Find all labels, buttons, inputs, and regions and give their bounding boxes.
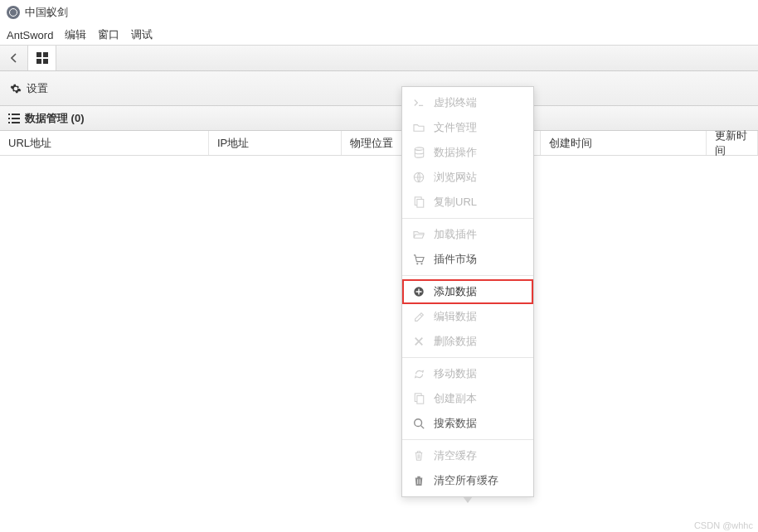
delete-icon <box>412 336 425 346</box>
context-menu-label: 清空缓存 <box>434 448 523 463</box>
column-updated-time[interactable]: 更新时间 <box>707 131 758 155</box>
context-menu-item: 数据操作 <box>402 140 533 165</box>
window-title: 中国蚁剑 <box>25 5 68 20</box>
duplicate-icon <box>412 393 425 404</box>
context-menu-label: 加载插件 <box>434 227 523 242</box>
menu-window[interactable]: 窗口 <box>98 27 119 42</box>
context-menu-label: 编辑数据 <box>434 309 523 324</box>
panel-title: 数据管理 (0) <box>25 111 85 126</box>
settings-label: 设置 <box>27 81 48 96</box>
copy-icon <box>412 196 425 208</box>
window-titlebar: 中国蚁剑 <box>0 0 758 25</box>
panel-header: 数据管理 (0) <box>0 106 758 131</box>
context-menu-label: 数据操作 <box>434 145 523 160</box>
grid-icon <box>36 52 48 64</box>
column-ip[interactable]: IP地址 <box>209 131 342 155</box>
column-url[interactable]: URL地址 <box>0 131 209 155</box>
context-menu-item: 创建副本 <box>402 386 533 411</box>
context-menu-label: 创建副本 <box>434 391 523 406</box>
context-menu-item: 文件管理 <box>402 115 533 140</box>
context-menu-label: 搜索数据 <box>434 416 523 431</box>
menu-antsword[interactable]: AntSword <box>7 29 53 41</box>
menubar: AntSword 编辑 窗口 调试 <box>0 25 758 45</box>
list-icon <box>8 114 20 123</box>
context-menu-label: 复制URL <box>434 195 523 210</box>
folder-open-icon <box>412 230 425 239</box>
context-menu-item: 加载插件 <box>402 222 533 247</box>
context-menu-label: 浏览网站 <box>434 170 523 185</box>
terminal-icon <box>412 98 425 108</box>
context-menu-label: 移动数据 <box>434 366 523 381</box>
context-menu-label: 删除数据 <box>434 334 523 349</box>
svg-rect-1 <box>43 52 48 57</box>
folder-icon <box>412 123 425 133</box>
context-menu-item: 复制URL <box>402 190 533 215</box>
context-menu-item: 浏览网站 <box>402 165 533 190</box>
context-menu-item: 虚拟终端 <box>402 90 533 115</box>
context-menu: 虚拟终端文件管理数据操作浏览网站复制URL加载插件插件市场添加数据编辑数据删除数… <box>401 86 534 497</box>
column-created-time[interactable]: 创建时间 <box>541 131 707 155</box>
svg-rect-0 <box>36 52 41 57</box>
share-icon <box>412 369 425 380</box>
svg-rect-13 <box>416 200 423 208</box>
column-location[interactable]: 物理位置 <box>342 131 408 155</box>
trash-all-icon <box>412 475 425 486</box>
context-menu-label: 清空所有缓存 <box>434 473 523 488</box>
menu-separator <box>402 439 533 440</box>
context-menu-item[interactable]: 添加数据 <box>402 279 533 304</box>
toolbar-grid-button[interactable] <box>28 46 56 70</box>
context-menu-item[interactable]: 插件市场 <box>402 247 533 272</box>
watermark: CSDN @whhc <box>694 520 753 530</box>
context-menu-item[interactable]: 搜索数据 <box>402 411 533 436</box>
svg-rect-7 <box>12 118 20 119</box>
menu-debug[interactable]: 调试 <box>131 27 153 42</box>
menu-pointer-icon <box>463 496 473 503</box>
svg-rect-5 <box>12 114 20 115</box>
svg-rect-18 <box>416 396 423 404</box>
caret-left-icon <box>11 53 17 63</box>
toolbar <box>0 45 758 71</box>
toolbar-back-button[interactable] <box>0 46 28 70</box>
svg-rect-3 <box>43 59 48 64</box>
svg-rect-6 <box>8 118 10 119</box>
svg-point-10 <box>415 148 424 151</box>
context-menu-item: 删除数据 <box>402 329 533 354</box>
edit-icon <box>412 312 425 322</box>
plus-circle-icon <box>412 286 425 297</box>
svg-rect-4 <box>8 114 10 115</box>
table-header: URL地址 IP地址 物理位置 备注 创建时间 更新时间 <box>0 131 758 156</box>
context-menu-label: 文件管理 <box>434 120 523 135</box>
svg-point-14 <box>416 263 418 264</box>
gear-icon <box>10 83 22 94</box>
app-logo-icon <box>7 6 20 19</box>
search-icon <box>412 418 425 429</box>
menu-separator <box>402 357 533 358</box>
context-menu-item: 清空缓存 <box>402 443 533 468</box>
context-menu-label: 插件市场 <box>434 252 523 267</box>
globe-icon <box>412 172 425 183</box>
context-menu-item: 移动数据 <box>402 361 533 386</box>
table-body-empty[interactable] <box>0 156 758 532</box>
database-icon <box>412 147 425 158</box>
svg-rect-9 <box>12 122 20 123</box>
context-menu-item: 编辑数据 <box>402 304 533 329</box>
svg-point-15 <box>420 263 422 264</box>
cart-icon <box>412 254 425 265</box>
svg-rect-2 <box>36 59 41 64</box>
settings-tab[interactable]: 设置 <box>0 71 758 106</box>
trash-icon <box>412 450 425 462</box>
context-menu-label: 添加数据 <box>434 284 523 299</box>
svg-rect-8 <box>8 122 10 123</box>
menu-edit[interactable]: 编辑 <box>65 27 86 42</box>
svg-point-19 <box>415 419 422 427</box>
context-menu-item[interactable]: 清空所有缓存 <box>402 468 533 493</box>
menu-separator <box>402 275 533 276</box>
context-menu-label: 虚拟终端 <box>434 95 523 110</box>
menu-separator <box>402 218 533 219</box>
